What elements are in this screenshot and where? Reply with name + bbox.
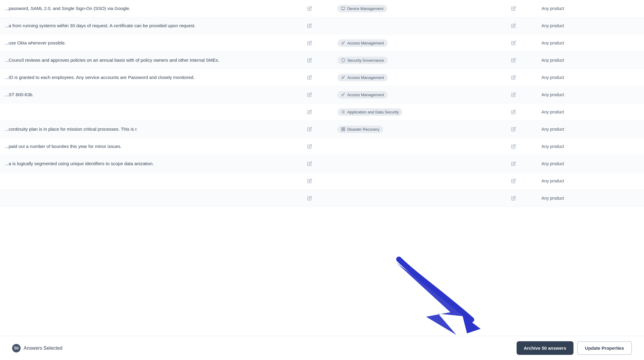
selected-count-group: 50 Answers Selected — [12, 344, 62, 352]
svg-rect-8 — [344, 128, 345, 129]
table-wrapper: ...password, SAML 2.0, and Single Sign-O… — [0, 0, 644, 360]
product-value: Any product — [541, 178, 564, 183]
tag-label: Access Management — [347, 93, 384, 97]
answers-table: ...password, SAML 2.0, and Single Sign-O… — [0, 0, 644, 207]
edit-answer-icon[interactable] — [305, 4, 314, 13]
tag-badge: Device Management — [337, 5, 387, 12]
edit-answer-icon[interactable] — [305, 90, 314, 99]
count-badge: 50 — [12, 344, 21, 352]
tag-label: Access Management — [347, 41, 384, 45]
tag-badge: Application and Data Security — [337, 108, 402, 116]
tag-label: Disaster Recovery — [347, 127, 379, 132]
edit-tag-icon[interactable] — [509, 142, 518, 151]
table-row: Any product — [0, 190, 644, 207]
edit-tag-icon[interactable] — [509, 108, 518, 116]
answer-text: ...continuity plan is in place for missi… — [5, 126, 138, 132]
edit-tag-icon[interactable] — [509, 4, 518, 13]
table-row: ...password, SAML 2.0, and Single Sign-O… — [0, 0, 644, 17]
product-value: Any product — [541, 196, 564, 201]
edit-answer-icon[interactable] — [305, 142, 314, 151]
product-value: Any product — [541, 6, 564, 11]
answer-text: ...ST 800-63b. — [5, 92, 34, 97]
svg-rect-10 — [344, 129, 345, 131]
table-row: ...use Okta wherever possible. Access Ma… — [0, 34, 644, 52]
edit-tag-icon[interactable] — [509, 73, 518, 82]
tag-badge: Access Management — [337, 91, 387, 99]
answer-text: ...a is logically segmented using unique… — [5, 161, 154, 166]
table-row: ...Council reviews and approves policies… — [0, 52, 644, 69]
table-row: ...ID is granted to each employees. Any … — [0, 69, 644, 86]
product-value: Any product — [541, 92, 564, 97]
tag-label: Security Governance — [347, 58, 384, 63]
edit-tag-icon[interactable] — [509, 21, 518, 30]
bottom-bar: 50 Answers Selected Archive 50 answers U… — [0, 336, 644, 360]
selected-label: Answers Selected — [24, 345, 62, 351]
edit-answer-icon[interactable] — [305, 56, 314, 64]
svg-point-3 — [342, 94, 343, 96]
svg-rect-0 — [342, 7, 345, 9]
answer-text: ...use Okta wherever possible. — [5, 40, 66, 45]
edit-answer-icon[interactable] — [305, 108, 314, 116]
svg-point-2 — [342, 77, 343, 79]
product-value: Any product — [541, 75, 564, 80]
svg-rect-7 — [342, 128, 343, 129]
main-container: ...password, SAML 2.0, and Single Sign-O… — [0, 0, 644, 360]
table-row: ...ST 800-63b. Access Management Any pro… — [0, 86, 644, 103]
tag-label: Application and Data Security — [347, 110, 399, 114]
edit-answer-icon[interactable] — [305, 177, 314, 185]
answer-text: ...ID is granted to each employees. Any … — [5, 75, 195, 80]
edit-tag-icon[interactable] — [509, 39, 518, 47]
edit-tag-icon[interactable] — [509, 90, 518, 99]
tag-label: Device Management — [347, 6, 383, 11]
bottom-actions: Archive 50 answers Update Properties — [517, 341, 632, 355]
product-value: Any product — [541, 144, 564, 149]
product-value: Any product — [541, 161, 564, 166]
table-row: Application and Data Security Any produc… — [0, 103, 644, 121]
product-value: Any product — [541, 127, 564, 132]
tag-badge: Security Governance — [337, 57, 387, 64]
table-row: Any product — [0, 172, 644, 190]
edit-answer-icon[interactable] — [305, 73, 314, 82]
table-row: ...a is logically segmented using unique… — [0, 155, 644, 172]
archive-button[interactable]: Archive 50 answers — [517, 341, 573, 355]
edit-tag-icon[interactable] — [509, 194, 518, 202]
product-value: Any product — [541, 110, 564, 114]
svg-point-1 — [342, 43, 343, 44]
svg-rect-9 — [342, 129, 343, 131]
edit-answer-icon[interactable] — [305, 159, 314, 168]
tag-badge: Disaster Recovery — [337, 126, 383, 133]
update-properties-button[interactable]: Update Properties — [577, 341, 632, 355]
product-value: Any product — [541, 23, 564, 28]
answer-text: ...paid out a number of bounties this ye… — [5, 144, 122, 149]
product-value: Any product — [541, 58, 564, 63]
edit-answer-icon[interactable] — [305, 39, 314, 47]
table-row: ...continuity plan is in place for missi… — [0, 121, 644, 138]
edit-answer-icon[interactable] — [305, 125, 314, 133]
tag-badge: Access Management — [337, 74, 387, 81]
edit-tag-icon[interactable] — [509, 125, 518, 133]
edit-tag-icon[interactable] — [509, 56, 518, 64]
tag-label: Access Management — [347, 75, 384, 80]
table-row: ...paid out a number of bounties this ye… — [0, 138, 644, 155]
edit-answer-icon[interactable] — [305, 21, 314, 30]
edit-answer-icon[interactable] — [305, 194, 314, 202]
table-row: ...a from running systems within 30 days… — [0, 17, 644, 34]
answer-text: ...password, SAML 2.0, and Single Sign-O… — [5, 6, 130, 11]
answer-text: ...Council reviews and approves policies… — [5, 57, 219, 63]
product-value: Any product — [541, 41, 564, 45]
edit-tag-icon[interactable] — [509, 177, 518, 185]
tag-badge: Access Management — [337, 39, 387, 47]
edit-tag-icon[interactable] — [509, 159, 518, 168]
answer-text: ...a from running systems within 30 days… — [5, 23, 196, 28]
